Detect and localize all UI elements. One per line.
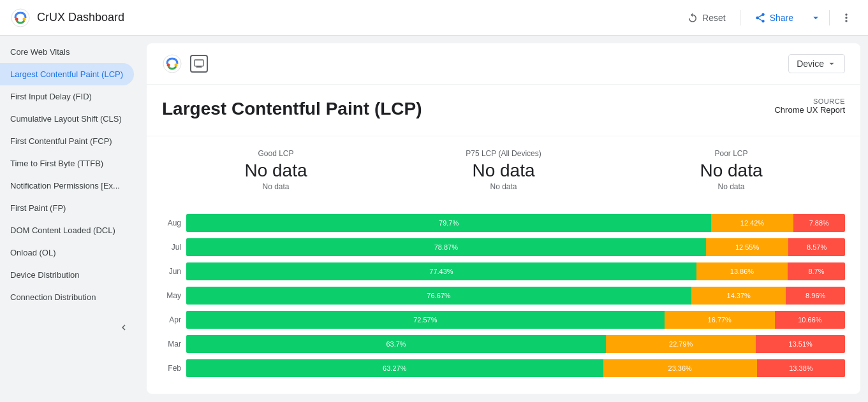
bar-segment-poor: 8.96%: [786, 287, 845, 305]
top-header: CrUX Dashboard Reset Share: [0, 0, 868, 36]
stat-p75-lcp-value: No data: [390, 161, 617, 181]
bar-row: Feb63.27%23.36%13.38%: [162, 359, 845, 377]
sidebar-item-dcl[interactable]: DOM Content Loaded (DCL): [0, 219, 134, 241]
header-right: Reset Share: [678, 6, 858, 29]
bar-segment-poor: 8.57%: [788, 238, 845, 256]
header-divider-2: [829, 10, 830, 25]
bar-segment-poor: 7.88%: [793, 214, 845, 232]
bar-segment-needs-improvement: 14.37%: [691, 287, 786, 305]
sidebar-item-cls[interactable]: Cumulative Layout Shift (CLS): [0, 108, 134, 130]
bar-row: Aug79.7%12.42%7.88%: [162, 214, 845, 232]
bar-segment-poor: 10.66%: [775, 311, 845, 329]
bar-segment-needs-improvement: 12.55%: [706, 238, 789, 256]
bar-label: May: [162, 291, 181, 300]
crux-logo-icon: [10, 8, 31, 28]
bar-label: Feb: [162, 364, 181, 373]
bar-container: 77.43%13.86%8.7%: [186, 262, 845, 280]
stat-poor-lcp-sub: No data: [617, 182, 845, 191]
reset-icon: [687, 12, 698, 24]
source-label: Source: [774, 97, 845, 105]
source-value: Chrome UX Report: [774, 105, 845, 115]
bar-container: 63.27%23.36%13.38%: [186, 359, 845, 377]
stat-good-lcp-sub: No data: [162, 182, 390, 191]
sidebar-item-core-web-vitals[interactable]: Core Web Vitals: [0, 41, 134, 63]
stat-poor-lcp: Poor LCP No data No data: [617, 149, 845, 191]
bar-segment-good: 79.7%: [186, 214, 711, 232]
bar-label: Apr: [162, 315, 181, 324]
share-label: Share: [770, 13, 793, 23]
chevron-down-icon: [810, 12, 821, 24]
svg-point-1: [15, 17, 18, 20]
share-icon: [754, 12, 766, 24]
card-header-icons: [162, 54, 208, 74]
svg-point-3: [163, 55, 181, 73]
svg-point-5: [175, 64, 178, 67]
stat-p75-lcp-sub: No data: [390, 182, 617, 191]
bar-label: Aug: [162, 219, 181, 227]
page-title: Largest Contentful Paint (LCP): [162, 97, 422, 120]
stats-row: Good LCP No data No data P75 LCP (All De…: [147, 136, 860, 204]
sidebar: Core Web Vitals Largest Contentful Paint…: [0, 36, 139, 402]
bar-label: Jul: [162, 243, 181, 252]
bar-segment-needs-improvement: 12.42%: [711, 214, 793, 232]
main-layout: Core Web Vitals Largest Contentful Paint…: [0, 36, 868, 402]
bar-segment-poor: 8.7%: [788, 262, 845, 280]
bar-segment-needs-improvement: 13.86%: [696, 262, 788, 280]
svg-point-4: [167, 64, 170, 67]
bar-segment-needs-improvement: 16.77%: [665, 311, 775, 329]
bar-segment-good: 63.7%: [186, 335, 606, 353]
bar-row: Jul78.87%12.55%8.57%: [162, 238, 845, 256]
bar-segment-good: 63.27%: [186, 359, 603, 377]
bar-container: 76.67%14.37%8.96%: [186, 287, 845, 305]
stat-poor-lcp-label: Poor LCP: [617, 149, 845, 158]
bar-segment-needs-improvement: 22.79%: [606, 335, 756, 353]
reset-label: Reset: [702, 13, 726, 23]
sidebar-item-notification[interactable]: Notification Permissions [Ex...: [0, 175, 134, 197]
bar-row: Jun77.43%13.86%8.7%: [162, 262, 845, 280]
stat-poor-lcp-value: No data: [617, 161, 845, 181]
sidebar-collapse-button[interactable]: [115, 319, 133, 336]
app-title: CrUX Dashboard: [37, 11, 124, 24]
sidebar-item-device-dist[interactable]: Device Distribution: [0, 264, 134, 286]
more-options-button[interactable]: [835, 6, 858, 29]
share-button[interactable]: Share: [746, 8, 802, 27]
sidebar-item-fp[interactable]: First Paint (FP): [0, 197, 134, 219]
crux-small-icon: [162, 54, 182, 74]
chevron-left-icon: [118, 322, 129, 333]
bar-segment-good: 72.57%: [186, 311, 665, 329]
dropdown-arrow-icon: [827, 59, 837, 69]
bar-segment-poor: 13.38%: [757, 359, 845, 377]
bar-segment-good: 78.87%: [186, 238, 706, 256]
device-selector[interactable]: Device: [788, 54, 845, 73]
reset-button[interactable]: Reset: [678, 8, 735, 27]
bar-label: Mar: [162, 340, 181, 348]
sidebar-item-lcp[interactable]: Largest Contentful Paint (LCP): [0, 63, 134, 85]
sidebar-item-fcp[interactable]: First Contentful Paint (FCP): [0, 130, 134, 152]
svg-point-2: [23, 17, 26, 20]
title-source-row: Largest Contentful Paint (LCP) Source Ch…: [147, 85, 860, 136]
stat-good-lcp: Good LCP No data No data: [162, 149, 390, 191]
sidebar-item-ttfb[interactable]: Time to First Byte (TTFB): [0, 152, 134, 175]
source-section: Source Chrome UX Report: [774, 97, 845, 115]
device-label: Device: [797, 59, 824, 69]
header-divider: [740, 10, 740, 25]
bar-row: Mar63.7%22.79%13.51%: [162, 335, 845, 353]
share-dropdown-button[interactable]: [807, 8, 824, 27]
bar-row: May76.67%14.37%8.96%: [162, 287, 845, 305]
lcp-card: Device Largest Contentful Paint (LCP) So…: [147, 43, 860, 394]
more-vert-icon: [840, 11, 853, 24]
header-left: CrUX Dashboard: [10, 8, 124, 28]
bar-segment-good: 76.67%: [186, 287, 691, 305]
stat-good-lcp-value: No data: [162, 161, 390, 181]
sidebar-item-conn-dist[interactable]: Connection Distribution: [0, 286, 134, 308]
card-header: Device: [147, 43, 860, 85]
bar-chart: Aug79.7%12.42%7.88%Jul78.87%12.55%8.57%J…: [147, 204, 860, 394]
bar-label: Jun: [162, 267, 181, 276]
bar-container: 79.7%12.42%7.88%: [186, 214, 845, 232]
sidebar-item-fid[interactable]: First Input Delay (FID): [0, 85, 134, 108]
sidebar-item-ol[interactable]: Onload (OL): [0, 241, 134, 264]
bar-container: 72.57%16.77%10.66%: [186, 311, 845, 329]
stat-p75-lcp: P75 LCP (All Devices) No data No data: [390, 149, 617, 191]
svg-point-0: [11, 9, 29, 27]
bar-segment-needs-improvement: 23.36%: [603, 359, 757, 377]
